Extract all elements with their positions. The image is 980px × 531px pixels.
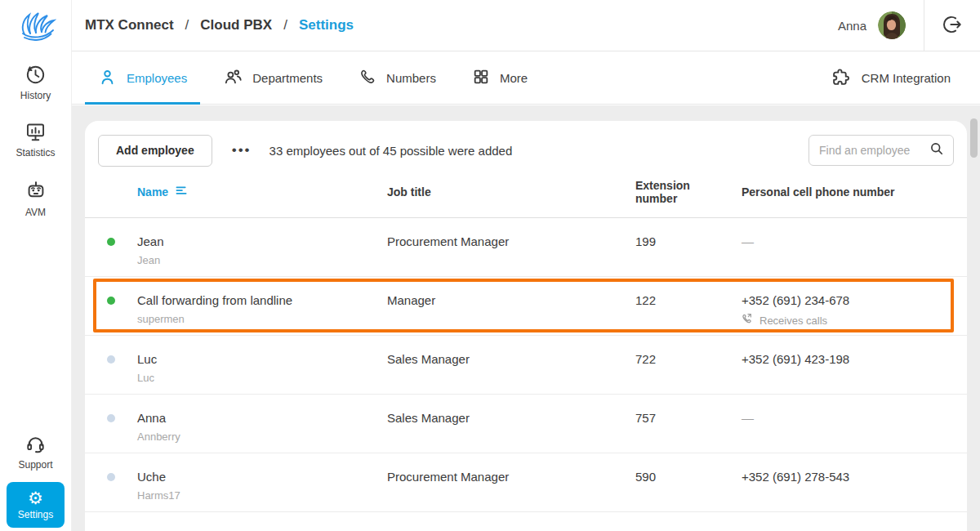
sidebar-item-label: Statistics bbox=[16, 147, 55, 158]
tab-label: Departments bbox=[252, 71, 323, 85]
employee-job-title: Procurement Manager bbox=[387, 218, 635, 276]
employee-phone: — bbox=[742, 411, 967, 425]
employee-username: Annberry bbox=[137, 431, 387, 443]
employees-card: Add employee ••• 33 employees out of 45 … bbox=[85, 121, 967, 531]
logout-button[interactable] bbox=[924, 0, 980, 51]
employee-phone: +352 (691) 234-678 bbox=[742, 293, 967, 307]
table-header-row: Name Job title Extension number Personal… bbox=[85, 167, 967, 218]
call-received-icon bbox=[742, 313, 754, 328]
employee-name: Anna bbox=[137, 411, 387, 425]
brand-logo[interactable] bbox=[0, 0, 71, 54]
breadcrumb-separator: / bbox=[185, 17, 189, 33]
settings-tab-bar: Employees Departments Numbers bbox=[72, 52, 980, 105]
person-employee-icon bbox=[98, 68, 117, 89]
column-header-job-title: Job title bbox=[387, 185, 635, 199]
tab-employees[interactable]: Employees bbox=[85, 52, 200, 104]
grid-more-icon bbox=[472, 68, 490, 88]
main-content-area: Add employee ••• 33 employees out of 45 … bbox=[72, 105, 980, 531]
status-dot bbox=[107, 414, 115, 422]
sidebar-item-avm[interactable]: AVM bbox=[0, 180, 71, 218]
table-row[interactable]: Anna Annberry Sales Manager 757 — bbox=[85, 395, 967, 453]
breadcrumb-cloud-pbx[interactable]: Cloud PBX bbox=[200, 17, 272, 33]
puzzle-icon bbox=[831, 67, 852, 90]
robot-avm-icon bbox=[24, 180, 47, 203]
sidebar-item-support[interactable]: Support bbox=[0, 433, 71, 471]
search-icon bbox=[929, 141, 945, 160]
user-name: Anna bbox=[838, 19, 866, 33]
breadcrumb: MTX Connect / Cloud PBX / Settings bbox=[85, 17, 354, 33]
employee-extension: 122 bbox=[635, 277, 742, 335]
employee-phone: +352 (691) 278-543 bbox=[742, 470, 967, 484]
employee-name: Uche bbox=[137, 470, 387, 484]
tab-label: More bbox=[500, 71, 528, 85]
crm-integration-button[interactable]: CRM Integration bbox=[818, 52, 964, 104]
statistics-icon bbox=[24, 121, 47, 143]
add-employee-button[interactable]: Add employee bbox=[98, 135, 212, 167]
table-row[interactable]: Jean Jean Procurement Manager 199 — bbox=[85, 218, 967, 277]
more-options-icon[interactable]: ••• bbox=[227, 137, 256, 163]
employee-username: Harms17 bbox=[137, 489, 387, 502]
sidebar: History Statistics AVM bbox=[0, 0, 72, 531]
tab-more[interactable]: More bbox=[459, 52, 541, 104]
employee-extension: 722 bbox=[635, 336, 742, 394]
sidebar-item-label: History bbox=[20, 90, 51, 101]
sidebar-item-history[interactable]: History bbox=[0, 64, 71, 101]
column-header-phone: Personal cell phone number bbox=[742, 185, 967, 199]
employee-phone: — bbox=[742, 234, 967, 248]
mtx-logo-icon bbox=[16, 6, 56, 48]
sidebar-item-label: Support bbox=[18, 459, 52, 471]
breadcrumb-mtx-connect[interactable]: MTX Connect bbox=[85, 17, 174, 33]
employees-toolbar: Add employee ••• 33 employees out of 45 … bbox=[85, 121, 967, 167]
phone-note: Receives calls bbox=[742, 313, 967, 328]
employee-name: Call forwarding from landline bbox=[137, 293, 387, 307]
logout-icon bbox=[942, 14, 963, 38]
sidebar-item-statistics[interactable]: Statistics bbox=[0, 121, 71, 158]
status-dot bbox=[107, 297, 115, 305]
employee-name: Luc bbox=[137, 352, 387, 366]
employee-extension: 590 bbox=[635, 453, 742, 511]
people-group-icon bbox=[223, 67, 243, 89]
table-row[interactable]: Call forwarding from landline supermen M… bbox=[85, 277, 967, 336]
table-row[interactable]: Luc Luc Sales Manager 722 +352 (691) 423… bbox=[85, 336, 967, 395]
history-icon bbox=[24, 64, 47, 86]
sort-icon bbox=[175, 185, 189, 199]
status-dot bbox=[107, 238, 115, 246]
phone-note-label: Receives calls bbox=[760, 315, 827, 327]
employee-table-body: Jean Jean Procurement Manager 199 — Call… bbox=[85, 218, 967, 512]
tab-label: Numbers bbox=[386, 71, 436, 85]
employee-job-title: Sales Manager bbox=[387, 336, 635, 394]
employee-username: Jean bbox=[137, 254, 387, 266]
tab-label: Employees bbox=[127, 71, 187, 85]
employee-username: supermen bbox=[137, 313, 387, 325]
table-row[interactable]: Uche Harms17 Procurement Manager 590 +35… bbox=[85, 453, 967, 512]
scrollbar-thumb[interactable] bbox=[970, 118, 978, 158]
employee-search-box bbox=[808, 135, 954, 166]
status-dot bbox=[107, 473, 115, 481]
crm-integration-label: CRM Integration bbox=[862, 71, 951, 85]
user-avatar[interactable] bbox=[878, 11, 906, 39]
employee-count-summary: 33 employees out of 45 possible were add… bbox=[270, 144, 513, 158]
employee-job-title: Procurement Manager bbox=[387, 453, 635, 511]
headset-support-icon bbox=[24, 433, 47, 455]
column-header-name[interactable]: Name bbox=[137, 185, 387, 199]
sidebar-item-label: AVM bbox=[25, 207, 46, 218]
column-label: Name bbox=[137, 185, 168, 199]
phone-icon bbox=[359, 68, 376, 88]
tab-numbers[interactable]: Numbers bbox=[345, 52, 449, 104]
column-header-extension: Extension number bbox=[635, 179, 710, 205]
breadcrumb-separator: / bbox=[283, 17, 287, 33]
top-header: MTX Connect / Cloud PBX / Settings Anna bbox=[72, 0, 980, 51]
breadcrumb-settings[interactable]: Settings bbox=[299, 17, 354, 33]
search-input[interactable] bbox=[819, 144, 929, 157]
gear-icon: ⚙ bbox=[28, 489, 43, 507]
sidebar-item-label: Settings bbox=[18, 509, 53, 520]
employee-phone: +352 (691) 423-198 bbox=[742, 352, 967, 366]
employee-name: Jean bbox=[137, 234, 387, 248]
employee-extension: 757 bbox=[635, 395, 742, 453]
status-dot bbox=[107, 355, 115, 364]
employee-job-title: Sales Manager bbox=[387, 395, 635, 453]
sidebar-item-settings[interactable]: ⚙ Settings bbox=[7, 482, 65, 528]
employee-job-title: Manager bbox=[387, 277, 635, 335]
tab-departments[interactable]: Departments bbox=[210, 52, 336, 104]
employee-extension: 199 bbox=[635, 218, 742, 276]
